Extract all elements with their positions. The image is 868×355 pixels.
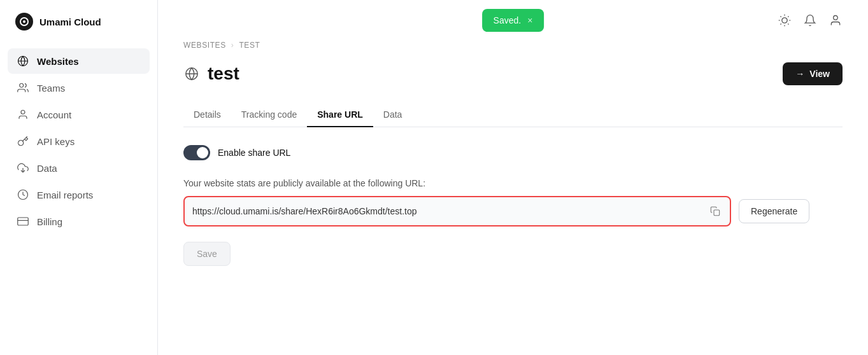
url-input-wrapper [183, 196, 731, 226]
regenerate-button[interactable]: Regenerate [739, 199, 809, 223]
sidebar-item-label: Data [37, 163, 57, 174]
svg-line-12 [781, 17, 781, 17]
toast-message: Saved. [494, 15, 522, 25]
page-title: test [208, 64, 239, 84]
brightness-icon[interactable] [778, 13, 792, 27]
sidebar-item-label: Teams [37, 83, 65, 94]
sidebar-item-label: Billing [37, 216, 62, 227]
page-header: test → View [183, 62, 843, 85]
sidebar-nav: Websites Teams Account API keys [0, 43, 157, 239]
sidebar: Umami Cloud Websites Teams Account [0, 0, 158, 355]
url-input-row: Regenerate [183, 196, 843, 226]
save-button[interactable]: Save [183, 242, 231, 266]
logo-text: Umami Cloud [39, 17, 101, 27]
breadcrumb-parent[interactable]: WEBSITES [183, 41, 226, 50]
toggle-label: Enable share URL [218, 148, 290, 158]
credit-card-icon [17, 215, 29, 228]
toast-container: Saved. × [482, 9, 544, 32]
sidebar-item-label: Email reports [37, 190, 93, 200]
logo-icon [15, 13, 33, 31]
breadcrumb: WEBSITES › TEST [183, 41, 843, 50]
view-button-arrow: → [795, 69, 804, 79]
tab-data[interactable]: Data [373, 103, 413, 127]
saved-toast: Saved. × [482, 9, 544, 32]
svg-point-18 [834, 16, 838, 20]
user-avatar-icon[interactable] [829, 13, 843, 27]
tab-tracking-code[interactable]: Tracking code [231, 103, 307, 127]
page-globe-icon [183, 66, 200, 82]
svg-line-16 [781, 24, 781, 24]
sidebar-item-billing[interactable]: Billing [8, 209, 150, 234]
sidebar-item-email-reports[interactable]: Email reports [8, 182, 150, 207]
topbar-actions [778, 13, 843, 27]
breadcrumb-separator: › [231, 41, 234, 50]
topbar: Saved. × [158, 0, 868, 41]
share-url-input[interactable] [192, 206, 708, 216]
tab-details[interactable]: Details [183, 103, 231, 127]
url-description: Your website stats are publicly availabl… [183, 178, 843, 188]
copy-url-button[interactable] [708, 204, 722, 218]
view-button-label: View [809, 69, 830, 79]
users-icon [17, 81, 29, 94]
svg-point-1 [23, 20, 25, 23]
enable-share-url-toggle[interactable] [183, 145, 210, 160]
svg-rect-20 [714, 210, 720, 216]
sidebar-item-data[interactable]: Data [8, 155, 150, 181]
clock-icon [17, 188, 29, 201]
sidebar-item-label: Account [37, 109, 71, 120]
sidebar-item-label: API keys [37, 136, 75, 147]
svg-line-13 [788, 24, 788, 24]
key-icon [17, 135, 29, 148]
sidebar-item-websites[interactable]: Websites [8, 48, 150, 74]
sidebar-item-label: Websites [37, 56, 79, 67]
main-content: Saved. × WEBSITES › TEST [158, 0, 868, 355]
logo[interactable]: Umami Cloud [0, 0, 157, 43]
page-title-row: test [183, 64, 239, 84]
user-icon [17, 108, 29, 121]
tab-share-url[interactable]: Share URL [307, 103, 373, 127]
svg-point-4 [21, 110, 25, 114]
bell-icon[interactable] [803, 13, 817, 27]
svg-point-3 [20, 83, 24, 87]
svg-point-9 [782, 18, 787, 23]
sidebar-item-api-keys[interactable]: API keys [8, 129, 150, 154]
breadcrumb-current: TEST [239, 41, 260, 50]
globe-icon [17, 55, 29, 67]
sidebar-item-account[interactable]: Account [8, 102, 150, 127]
svg-rect-7 [18, 218, 29, 225]
enable-share-url-row: Enable share URL [183, 145, 843, 160]
tabs: Details Tracking code Share URL Data [183, 103, 843, 127]
view-button[interactable]: → View [783, 62, 843, 85]
cloud-download-icon [17, 162, 29, 174]
page-content: WEBSITES › TEST test → View Details Tr [158, 41, 868, 355]
svg-line-17 [788, 17, 788, 17]
toast-close-button[interactable]: × [527, 15, 532, 25]
sidebar-item-teams[interactable]: Teams [8, 75, 150, 101]
